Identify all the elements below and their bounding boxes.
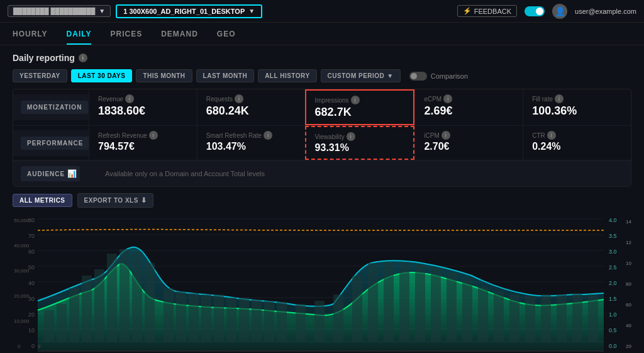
metric-impressions-label: Impressions i bbox=[315, 96, 405, 104]
svg-rect-32 bbox=[368, 263, 378, 342]
metric-smart-refresh-label: Smart Refresh Rate i bbox=[206, 131, 296, 140]
svg-rect-16 bbox=[132, 252, 142, 342]
smart-refresh-info[interactable]: i bbox=[264, 131, 272, 140]
download-icon: ⬇ bbox=[141, 196, 147, 205]
ad-unit-label: 1 300X600_AD_RIGHT_01_DESKTOP bbox=[123, 8, 245, 15]
metric-fillrate-label: Fill rate i bbox=[532, 94, 622, 103]
svg-rect-19 bbox=[176, 291, 186, 342]
svg-rect-37 bbox=[447, 272, 457, 342]
ad-unit-selector[interactable]: 1 300X600_AD_RIGHT_01_DESKTOP ▼ bbox=[116, 4, 262, 18]
svg-text:60: 60 bbox=[626, 302, 631, 308]
user-avatar[interactable]: 👤 bbox=[552, 4, 567, 19]
tab-prices[interactable]: PRICES bbox=[110, 25, 142, 45]
svg-rect-23 bbox=[226, 298, 236, 342]
svg-rect-25 bbox=[252, 300, 262, 342]
svg-rect-12 bbox=[82, 276, 92, 342]
svg-rect-13 bbox=[94, 269, 104, 342]
impressions-info[interactable]: i bbox=[351, 96, 360, 104]
svg-text:0.5: 0.5 bbox=[609, 327, 617, 333]
btn-all-metrics[interactable]: ALL METRICS bbox=[13, 194, 72, 207]
svg-rect-21 bbox=[201, 294, 211, 342]
svg-text:30: 30 bbox=[28, 296, 35, 302]
metric-viewability-label: Viewability i bbox=[315, 132, 405, 141]
feedback-button[interactable]: ⚡ FEEDBACK bbox=[457, 5, 517, 17]
top-bar-right: ⚡ FEEDBACK 👤 user@example.com bbox=[457, 4, 636, 19]
svg-rect-22 bbox=[214, 294, 224, 342]
svg-text:40: 40 bbox=[626, 323, 631, 328]
btn-all-history[interactable]: ALL HISTORY bbox=[258, 69, 316, 82]
viewability-info[interactable]: i bbox=[347, 132, 355, 141]
svg-text:0.0: 0.0 bbox=[609, 343, 617, 349]
ecpm-info[interactable]: i bbox=[443, 94, 452, 103]
monetization-row: MONETIZATION Revenue i 1838.60€ Requests… bbox=[13, 89, 631, 126]
site-selector-label: ████████ ██████████ bbox=[13, 8, 95, 14]
metric-ctr-label: CTR i bbox=[532, 131, 622, 140]
svg-rect-28 bbox=[296, 304, 306, 342]
feedback-label: FEEDBACK bbox=[474, 8, 511, 15]
metric-requests: Requests i 680.24K bbox=[197, 89, 305, 125]
svg-rect-41 bbox=[509, 294, 519, 342]
requests-info[interactable]: i bbox=[235, 94, 243, 103]
metric-refresh-revenue-value: 794.57€ bbox=[98, 141, 188, 152]
metric-icpm-label: iCPM i bbox=[424, 131, 514, 140]
metric-icpm: iCPM i 2.70€ bbox=[414, 126, 523, 160]
info-icon[interactable]: i bbox=[79, 53, 87, 62]
tab-geo[interactable]: GEO bbox=[217, 25, 236, 45]
svg-rect-40 bbox=[494, 291, 504, 342]
btn-custom-period[interactable]: CUSTOM PERIOD ▼ bbox=[321, 69, 401, 82]
metric-requests-label: Requests i bbox=[206, 94, 296, 103]
top-toggle[interactable] bbox=[525, 6, 545, 16]
refresh-revenue-info[interactable]: i bbox=[149, 131, 158, 140]
comparison-toggle-switch[interactable] bbox=[409, 72, 427, 81]
metric-ctr: CTR i 0.24% bbox=[523, 126, 631, 160]
audience-label-cell: AUDIENCE 📊 bbox=[21, 166, 96, 181]
comparison-toggle: Comparison bbox=[409, 72, 468, 81]
svg-rect-45 bbox=[572, 293, 582, 342]
svg-text:20: 20 bbox=[626, 344, 631, 349]
metric-fillrate: Fill rate i 100.36% bbox=[523, 89, 631, 125]
ad-unit-chevron: ▼ bbox=[248, 8, 255, 14]
metric-viewability: Viewability i 93.31% bbox=[305, 126, 415, 160]
btn-this-month[interactable]: THIS MONTH bbox=[136, 69, 192, 82]
revenue-info[interactable]: i bbox=[125, 94, 134, 103]
performance-label-cell: PERFORMANCE bbox=[13, 130, 89, 156]
main-content: Daily reporting i YESTERDAY LAST 30 DAYS… bbox=[0, 45, 644, 353]
icpm-info[interactable]: i bbox=[441, 131, 450, 140]
btn-last30[interactable]: LAST 30 DAYS bbox=[71, 69, 133, 82]
performance-row: PERFORMANCE Refresh Revenue i 794.57€ Sm… bbox=[13, 126, 631, 160]
custom-period-chevron: ▼ bbox=[387, 72, 393, 79]
svg-text:40: 40 bbox=[28, 280, 35, 286]
tab-demand[interactable]: DEMAND bbox=[161, 25, 198, 45]
svg-rect-29 bbox=[314, 301, 325, 342]
audience-row: AUDIENCE 📊 Available only on a Domain an… bbox=[13, 160, 631, 186]
fillrate-info[interactable]: i bbox=[555, 94, 564, 103]
ctr-info[interactable]: i bbox=[547, 131, 556, 140]
svg-text:100: 100 bbox=[626, 261, 631, 266]
section-title: Daily reporting i bbox=[13, 53, 631, 63]
svg-text:4.0: 4.0 bbox=[609, 217, 617, 223]
metrics-grid: MONETIZATION Revenue i 1838.60€ Requests… bbox=[13, 89, 631, 187]
section-title-text: Daily reporting bbox=[13, 53, 75, 63]
svg-text:10,000: 10,000 bbox=[14, 318, 30, 324]
metric-revenue-value: 1838.60€ bbox=[98, 104, 188, 118]
btn-last-month[interactable]: LAST MONTH bbox=[196, 69, 255, 82]
svg-text:70: 70 bbox=[28, 233, 35, 239]
audience-label[interactable]: AUDIENCE 📊 bbox=[21, 166, 80, 181]
metric-revenue: Revenue i 1838.60€ bbox=[89, 89, 197, 125]
svg-text:2.5: 2.5 bbox=[609, 264, 617, 271]
tab-hourly[interactable]: HOURLY bbox=[13, 25, 48, 45]
svg-text:0: 0 bbox=[31, 343, 35, 349]
tab-daily[interactable]: DAILY bbox=[67, 25, 92, 45]
performance-label[interactable]: PERFORMANCE bbox=[21, 137, 89, 150]
btn-export-xls[interactable]: EXPORT TO XLS ⬇ bbox=[77, 193, 154, 208]
svg-rect-18 bbox=[164, 288, 174, 342]
svg-text:2.0: 2.0 bbox=[609, 280, 617, 286]
site-selector[interactable]: ████████ ██████████ ▼ bbox=[8, 5, 111, 17]
btn-yesterday[interactable]: YESTERDAY bbox=[13, 69, 67, 82]
svg-text:50,000: 50,000 bbox=[14, 218, 30, 223]
svg-rect-39 bbox=[478, 287, 488, 342]
svg-rect-9 bbox=[44, 310, 54, 342]
metric-refresh-revenue: Refresh Revenue i 794.57€ bbox=[89, 126, 197, 160]
monetization-label[interactable]: MONETIZATION bbox=[21, 101, 88, 114]
feedback-icon: ⚡ bbox=[463, 7, 472, 15]
